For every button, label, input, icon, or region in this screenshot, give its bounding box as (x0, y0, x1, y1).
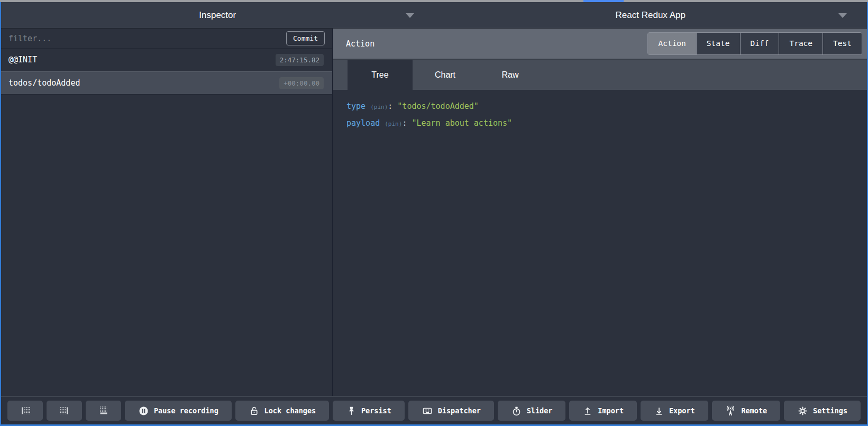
tab-raw[interactable]: Raw (478, 60, 543, 90)
filter-bar: Commit (1, 29, 332, 49)
pause-recording-button[interactable]: Pause recording (125, 401, 232, 421)
json-string-value: "Learn about actions" (412, 118, 512, 128)
titlebar: Inspector React Redux App (1, 2, 867, 29)
tab-tree[interactable]: Tree (348, 60, 413, 90)
button-label: Dispatcher (438, 406, 481, 415)
tab-test[interactable]: Test (823, 33, 862, 54)
window-top-strip-accent (583, 0, 624, 2)
dock-left-button[interactable] (7, 401, 43, 421)
keyboard-icon (422, 405, 433, 416)
button-label: Lock changes (264, 406, 316, 415)
pin-link[interactable]: (pin) (385, 121, 402, 127)
tab-action[interactable]: Action (648, 33, 696, 54)
dispatcher-button[interactable]: Dispatcher (408, 401, 494, 421)
json-key[interactable]: payload (346, 118, 380, 128)
instance-selector-label: React Redux App (616, 10, 686, 21)
action-timestamp-badge: +00:00.00 (279, 77, 324, 89)
tab-chart[interactable]: Chart (413, 60, 478, 90)
stopwatch-icon (511, 405, 522, 416)
download-icon (654, 405, 664, 416)
bottom-toolbar: Pause recording Lock changes Persist (1, 396, 867, 424)
action-name: todos/todoAdded (8, 78, 80, 88)
action-list-item-init[interactable]: @@INIT 2:47:15.82 (1, 49, 332, 71)
detail-header-title: Action (333, 39, 374, 49)
dock-right-button[interactable] (47, 401, 82, 421)
tab-state[interactable]: State (696, 33, 740, 54)
instance-selector[interactable]: React Redux App (434, 2, 867, 28)
json-tree-row-type: type (pin): "todos/todoAdded" (346, 98, 867, 115)
chevron-down-icon[interactable] (838, 13, 847, 18)
action-name: @@INIT (8, 55, 37, 64)
dock-left-icon (20, 405, 31, 416)
lock-icon (249, 405, 260, 416)
action-list-empty-space (1, 95, 332, 396)
lock-changes-button[interactable]: Lock changes (235, 401, 329, 421)
button-label: Slider (527, 406, 553, 415)
json-colon: : (388, 101, 392, 111)
json-tree-row-payload: payload (pin): "Learn about actions" (346, 115, 867, 132)
detail-header: Action Action State Diff Trace Test (333, 29, 867, 59)
main-area: Commit @@INIT 2:47:15.82 todos/todoAdded… (1, 29, 867, 396)
remote-button[interactable]: Remote (712, 401, 781, 421)
chevron-down-icon[interactable] (406, 13, 414, 18)
tab-diff[interactable]: Diff (740, 33, 779, 54)
commit-button[interactable]: Commit (286, 31, 325, 45)
upload-icon (582, 405, 593, 416)
json-colon: : (402, 118, 407, 128)
tab-trace[interactable]: Trace (779, 33, 823, 54)
action-timestamp-badge: 2:47:15.82 (276, 54, 324, 66)
pin-link[interactable]: (pin) (370, 104, 388, 110)
json-string-value: "todos/todoAdded" (397, 101, 479, 111)
dock-bottom-button[interactable] (86, 401, 121, 421)
button-label: Import (598, 406, 624, 415)
button-label: Remote (741, 406, 767, 415)
button-label: Pause recording (154, 406, 218, 415)
gear-icon (797, 405, 808, 416)
action-list-panel: Commit @@INIT 2:47:15.82 todos/todoAdded… (1, 29, 333, 396)
detail-tab-group: Action State Diff Trace Test (647, 32, 862, 55)
antenna-icon (725, 405, 736, 416)
devtools-window: Inspector React Redux App Commit @@INIT … (0, 2, 868, 426)
monitor-selector-label: Inspector (199, 10, 236, 21)
monitor-selector[interactable]: Inspector (1, 2, 434, 28)
dock-bottom-icon (98, 405, 109, 416)
button-label: Settings (813, 406, 847, 415)
view-mode-tab-strip: Tree Chart Raw (333, 59, 867, 90)
export-button[interactable]: Export (641, 401, 708, 421)
pause-icon (138, 405, 149, 416)
inspector-detail-panel: Action Action State Diff Trace Test Tree… (333, 29, 867, 396)
pin-icon (346, 405, 357, 416)
action-list-item-todo-added[interactable]: todos/todoAdded +00:00.00 (1, 71, 332, 95)
slider-button[interactable]: Slider (498, 401, 566, 421)
button-label: Export (669, 406, 695, 415)
json-key[interactable]: type (346, 101, 366, 111)
filter-input[interactable] (1, 34, 281, 43)
import-button[interactable]: Import (569, 401, 637, 421)
settings-button[interactable]: Settings (784, 401, 861, 421)
button-label: Persist (361, 406, 391, 415)
json-tree-view: type (pin): "todos/todoAdded" payload (p… (333, 90, 867, 396)
dock-right-icon (59, 405, 70, 416)
persist-button[interactable]: Persist (333, 401, 405, 421)
window-top-strip (0, 0, 868, 2)
